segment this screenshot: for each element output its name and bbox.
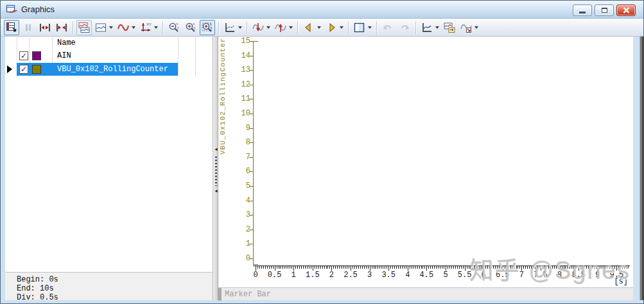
- expand-time-range-button[interactable]: [37, 20, 53, 35]
- x-minor-tick: [400, 266, 401, 269]
- dropdown-caret-icon[interactable]: [132, 26, 135, 29]
- copy-diagram-button[interactable]: [442, 20, 457, 35]
- x-minor-tick: [463, 266, 464, 269]
- x-minor-tick: [590, 266, 591, 269]
- signal-row[interactable]: ✓AIN: [5, 49, 195, 63]
- dropdown-caret-icon[interactable]: [154, 26, 158, 29]
- maximize-button[interactable]: [595, 4, 614, 16]
- x-minor-tick: [438, 266, 439, 269]
- x-minor-tick: [535, 266, 535, 269]
- show-signal-list-toggle[interactable]: [4, 20, 19, 35]
- x-minor-tick: [444, 266, 444, 269]
- x-minor-tick: [575, 266, 575, 269]
- toolbar-separator: [73, 21, 73, 34]
- x-minor-tick: [257, 266, 258, 269]
- name-column-header[interactable]: Name: [52, 38, 178, 47]
- dropdown-caret-icon[interactable]: [317, 26, 321, 29]
- signal-color-swatch[interactable]: [32, 51, 41, 60]
- x-minor-tick: [417, 266, 418, 269]
- signal-up-dropdown[interactable]: [273, 20, 294, 35]
- x-minor-tick: [459, 266, 460, 269]
- x-minor-tick: [385, 266, 385, 269]
- y-tick-label: 6: [236, 167, 250, 176]
- signal-visible-checkbox[interactable]: ✓: [19, 65, 28, 74]
- dropdown-caret-icon[interactable]: [289, 26, 293, 29]
- signal-visible-checkbox[interactable]: ✓: [19, 51, 28, 60]
- x-minor-tick: [457, 266, 458, 269]
- redo-button: [397, 20, 412, 35]
- graphics-window-icon[interactable]: [6, 4, 17, 15]
- x-minor-tick: [339, 266, 340, 269]
- y-tick-label: 5: [236, 182, 250, 190]
- x-minor-tick: [609, 266, 610, 269]
- x-minor-tick: [364, 266, 365, 269]
- signal-row[interactable]: ✓VBU_0x102_RollingCounter: [5, 63, 195, 76]
- x-minor-tick: [476, 266, 476, 269]
- x-major-tick: [560, 266, 561, 271]
- scale-xy-dropdown[interactable]: XY: [138, 20, 159, 35]
- dropdown-caret-icon[interactable]: [266, 26, 270, 29]
- dropdown-caret-icon[interactable]: [340, 26, 344, 29]
- marker-bar[interactable]: Marker Bar: [218, 287, 633, 300]
- time-range-info: Begin: 0s End: 10s Div: 0.5s: [5, 272, 213, 300]
- signal-style-dropdown[interactable]: [116, 20, 137, 35]
- prev-event-dropdown[interactable]: [301, 20, 322, 35]
- zoom-rect-toggle[interactable]: x y: [200, 20, 215, 35]
- x-major-tick: [331, 266, 332, 271]
- dropdown-caret-icon[interactable]: [109, 26, 113, 29]
- panel-splitter[interactable]: ◂ ◂: [213, 37, 218, 300]
- x-minor-tick: [286, 266, 286, 269]
- zoom-out-button[interactable]: x y: [166, 20, 182, 35]
- x-minor-tick: [594, 266, 595, 269]
- x-minor-tick: [571, 266, 571, 269]
- plot-area[interactable]: VBU_0x102_RollingCounter 012345678910111…: [218, 37, 633, 300]
- export-signals-dropdown[interactable]: [458, 20, 480, 35]
- dropdown-caret-icon[interactable]: [474, 26, 478, 29]
- y-axis-bottom-hook: [253, 264, 258, 265]
- content-area: Name ✓AIN✓VBU_0x102_RollingCounter Begin…: [1, 37, 644, 300]
- signal-list-panel: Name ✓AIN✓VBU_0x102_RollingCounter Begin…: [5, 37, 213, 300]
- x-minor-tick: [354, 266, 355, 269]
- marker-bar-cap: [218, 288, 222, 301]
- x-minor-tick: [505, 266, 505, 269]
- x-minor-tick: [596, 266, 596, 269]
- layout-dropdown[interactable]: [352, 20, 373, 35]
- signal-down-dropdown[interactable]: [250, 20, 272, 35]
- compress-time-range-button[interactable]: [54, 20, 69, 35]
- splitter-handle[interactable]: [215, 156, 217, 186]
- stacked-view-button[interactable]: [76, 20, 92, 35]
- x-minor-tick: [453, 266, 454, 269]
- zoom-in-button[interactable]: x y: [183, 20, 198, 35]
- y-tick-label: 12: [236, 80, 250, 89]
- next-event-dropdown[interactable]: [324, 20, 345, 35]
- x-minor-tick: [487, 266, 488, 269]
- minimize-button[interactable]: [573, 4, 592, 16]
- y-tick-label: 3: [236, 210, 250, 219]
- x-minor-tick: [412, 266, 412, 269]
- x-minor-tick: [472, 266, 473, 269]
- svg-text:y: y: [194, 25, 196, 29]
- toolbar-separator: [162, 21, 163, 34]
- signal-color-swatch[interactable]: [32, 65, 41, 74]
- x-minor-tick: [586, 266, 587, 269]
- x-minor-tick: [273, 266, 274, 269]
- x-minor-tick: [284, 266, 284, 269]
- x-minor-tick: [326, 266, 327, 269]
- dropdown-caret-icon[interactable]: [435, 26, 439, 29]
- dropdown-caret-icon[interactable]: [368, 26, 372, 29]
- x-minor-tick: [410, 266, 410, 269]
- close-button[interactable]: [616, 4, 636, 16]
- x-minor-tick: [311, 266, 311, 269]
- x-minor-tick: [605, 266, 606, 269]
- x-minor-tick: [489, 266, 490, 269]
- dropdown-caret-icon[interactable]: [238, 26, 242, 29]
- x-minor-tick: [512, 266, 513, 269]
- diagram-options-dropdown[interactable]: [419, 20, 440, 35]
- view-mode-dropdown[interactable]: [93, 20, 114, 35]
- x-minor-tick: [527, 266, 528, 269]
- fit-diagram-dropdown[interactable]: [222, 20, 243, 35]
- signal-name: AIN: [57, 51, 71, 60]
- x-minor-tick: [620, 266, 621, 269]
- title-bar[interactable]: Graphics: [1, 1, 643, 19]
- toolbar-separator: [415, 21, 416, 34]
